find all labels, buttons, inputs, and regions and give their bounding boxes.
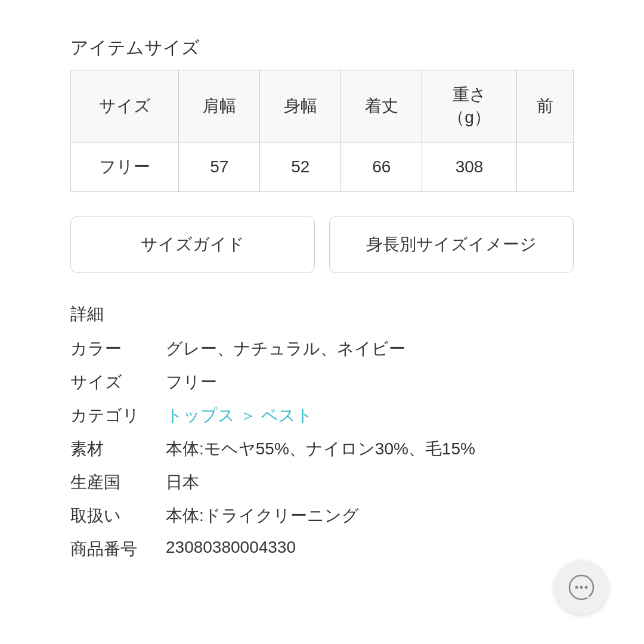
svg-point-3 <box>585 586 588 589</box>
label-color: カラー <box>70 338 166 360</box>
detail-row-category: カテゴリ トップス ＞ ベスト <box>70 404 574 427</box>
cell-size: フリー <box>71 143 179 192</box>
value-country: 日本 <box>166 471 574 494</box>
value-size: フリー <box>166 371 574 394</box>
svg-point-1 <box>575 586 578 589</box>
chat-button[interactable] <box>555 561 608 614</box>
section-title: アイテムサイズ <box>70 36 574 60</box>
col-header-weight: 重さ（g） <box>422 70 517 143</box>
table-row: フリー 57 52 66 308 <box>71 143 574 192</box>
size-guide-button[interactable]: サイズガイド <box>70 216 315 273</box>
label-country: 生産国 <box>70 471 166 494</box>
buttons-row: サイズガイド 身長別サイズイメージ <box>70 216 574 273</box>
col-header-shoulder: 肩幅 <box>179 70 260 143</box>
label-category: カテゴリ <box>70 404 166 427</box>
detail-row-color: カラー グレー、ナチュラル、ネイビー <box>70 338 574 360</box>
chat-icon <box>567 573 596 602</box>
page-container: アイテムサイズ サイズ 肩幅 身幅 着丈 重さ（g） 前 フリー 57 52 6… <box>0 0 644 607</box>
value-product-number: 23080380004330 <box>166 538 574 557</box>
label-care: 取扱い <box>70 504 166 527</box>
detail-row-size: サイズ フリー <box>70 371 574 394</box>
label-product-number: 商品番号 <box>70 538 166 561</box>
col-header-front: 前 <box>516 70 573 143</box>
cell-shoulder: 57 <box>179 143 260 192</box>
height-size-image-button[interactable]: 身長別サイズイメージ <box>329 216 574 273</box>
table-header: サイズ 肩幅 身幅 着丈 重さ（g） 前 <box>71 70 574 143</box>
cell-body-width: 52 <box>260 143 341 192</box>
detail-row-material: 素材 本体:モヘヤ55%、ナイロン30%、毛15% <box>70 438 574 460</box>
size-table: サイズ 肩幅 身幅 着丈 重さ（g） 前 フリー 57 52 66 308 <box>70 70 574 192</box>
svg-point-2 <box>580 586 583 589</box>
col-header-size: サイズ <box>71 70 179 143</box>
details-title: 詳細 <box>70 303 574 326</box>
value-category[interactable]: トップス ＞ ベスト <box>166 404 574 427</box>
label-size: サイズ <box>70 371 166 394</box>
cell-length: 66 <box>341 143 422 192</box>
detail-row-care: 取扱い 本体:ドライクリーニング <box>70 504 574 527</box>
col-header-length: 着丈 <box>341 70 422 143</box>
label-material: 素材 <box>70 438 166 460</box>
col-header-body-width: 身幅 <box>260 70 341 143</box>
details-section: 詳細 カラー グレー、ナチュラル、ネイビー サイズ フリー カテゴリ トップス … <box>70 303 574 561</box>
value-color: グレー、ナチュラル、ネイビー <box>166 338 574 360</box>
detail-row-product-number: 商品番号 23080380004330 <box>70 538 574 561</box>
cell-weight: 308 <box>422 143 517 192</box>
table-body: フリー 57 52 66 308 <box>71 143 574 192</box>
value-care: 本体:ドライクリーニング <box>166 504 574 527</box>
detail-row-country: 生産国 日本 <box>70 471 574 494</box>
value-material: 本体:モヘヤ55%、ナイロン30%、毛15% <box>166 438 574 460</box>
cell-front <box>516 143 573 192</box>
